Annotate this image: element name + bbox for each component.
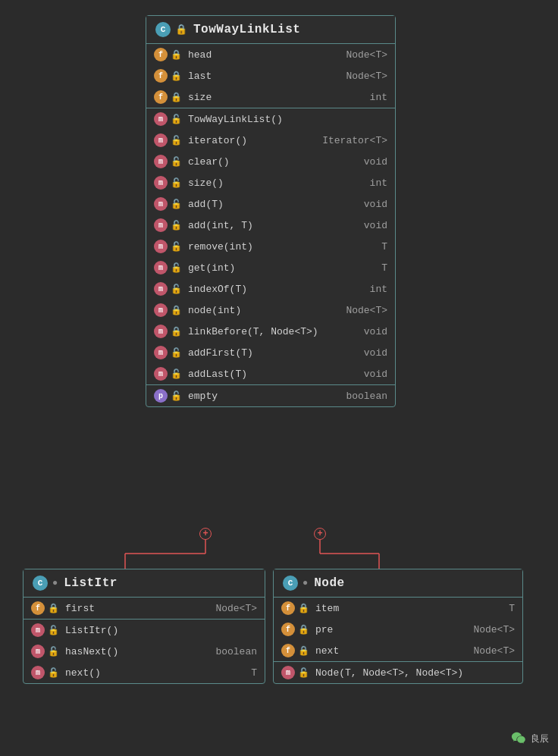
method-iterator-type: Iterator<T> <box>322 135 387 146</box>
towwaylinklist-card: C 🔒 TowWayLinkList f 🔒 head Node<T> f 🔒 … <box>146 15 396 407</box>
listitr-protected-icon3: 🔓 <box>48 667 59 679</box>
listitr-hasnext-type: boolean <box>215 646 257 657</box>
protected-icon9: 🔓 <box>171 284 182 295</box>
method-addintt-name: add(int, T) <box>188 220 358 231</box>
prop-p-icon: p <box>154 389 168 403</box>
listitr-m-icon: m <box>31 623 45 637</box>
field-size-type: int <box>370 92 387 103</box>
method-constructor-row: m 🔓 TowWayLinkList() <box>146 108 395 130</box>
lock-icon: 🔒 <box>171 49 182 61</box>
method-size-name: size() <box>188 177 364 189</box>
watermark: 良辰 <box>511 730 549 747</box>
left-plus-circle[interactable]: + <box>199 528 212 540</box>
field-last-type: Node<T> <box>346 71 387 82</box>
node-pre-name: pre <box>315 624 467 635</box>
listitr-next-name: next() <box>65 667 245 679</box>
protected-icon7: 🔓 <box>171 241 182 253</box>
lock-icon2: 🔒 <box>171 71 182 82</box>
node-field-pre-row: f 🔒 pre Node<T> <box>274 619 522 640</box>
protected-icon6: 🔓 <box>171 220 182 231</box>
method-iterator-row: m 🔓 iterator() Iterator<T> <box>146 130 395 151</box>
method-getint-row: m 🔓 get(int) T <box>146 257 395 278</box>
method-addt-name: add(T) <box>188 199 358 210</box>
listitr-card: C ● ListItr f 🔒 first Node<T> m 🔓 ListIt… <box>23 569 265 684</box>
field-f-icon3: f <box>154 90 168 104</box>
diagram-container: + + C 🔒 TowWayLinkList f 🔒 head Node<T> … <box>0 0 558 756</box>
listitr-m-icon2: m <box>31 645 45 658</box>
method-clear-name: clear() <box>188 156 358 168</box>
protected-icon13: 🔓 <box>171 369 182 380</box>
method-m-icon10: m <box>154 303 168 317</box>
method-m-icon7: m <box>154 240 168 253</box>
towwaylinklist-header: C 🔒 TowWayLinkList <box>146 16 395 44</box>
header-lock-icon: 🔒 <box>175 24 187 36</box>
listitr-constructor-name: ListItr() <box>65 625 251 636</box>
node-item-name: item <box>315 603 503 614</box>
lock-icon3: 🔒 <box>171 92 182 103</box>
listitr-methods-section: m 🔓 ListItr() m 🔓 hasNext() boolean m 🔓 … <box>24 620 265 683</box>
method-nodeint-name: node(int) <box>188 305 340 316</box>
method-linkbefore-type: void <box>364 326 387 337</box>
protected-icon4: 🔓 <box>171 177 182 189</box>
method-m-icon6: m <box>154 218 168 232</box>
node-f-icon3: f <box>281 644 295 657</box>
method-indexoft-name: indexOf(T) <box>188 284 364 295</box>
right-plus-circle[interactable]: + <box>314 528 326 540</box>
towwaylinklist-name: TowWayLinkList <box>193 23 300 36</box>
method-m-icon5: m <box>154 197 168 211</box>
prop-empty-row: p 🔓 empty boolean <box>146 385 395 406</box>
field-size-row: f 🔒 size int <box>146 86 395 108</box>
field-head-row: f 🔒 head Node<T> <box>146 44 395 65</box>
protected-icon5: 🔓 <box>171 199 182 210</box>
method-m-icon8: m <box>154 261 168 274</box>
listitr-lock-icon: 🔒 <box>48 603 59 614</box>
listitr-hasnext-row: m 🔓 hasNext() boolean <box>24 641 265 662</box>
method-removeint-name: remove(int) <box>188 241 375 253</box>
method-clear-row: m 🔓 clear() void <box>146 151 395 172</box>
method-nodeint-type: Node<T> <box>346 305 387 316</box>
method-removeint-row: m 🔓 remove(int) T <box>146 236 395 257</box>
listitr-dot-icon: ● <box>52 578 58 588</box>
method-addintt-row: m 🔓 add(int, T) void <box>146 215 395 236</box>
method-addfirst-name: addFirst(T) <box>188 347 358 359</box>
method-m-icon3: m <box>154 155 168 168</box>
field-size-name: size <box>188 92 364 103</box>
wechat-icon <box>511 730 528 747</box>
listitr-protected-icon2: 🔓 <box>48 646 59 657</box>
node-card: C ● Node f 🔒 item T f 🔒 pre Node<T> f 🔒 … <box>273 569 523 684</box>
field-head-type: Node<T> <box>346 49 387 61</box>
node-protected-icon: 🔓 <box>298 667 309 679</box>
method-addt-row: m 🔓 add(T) void <box>146 193 395 215</box>
method-linkbefore-row: m 🔒 linkBefore(T, Node<T>) void <box>146 321 395 342</box>
method-m-icon11: m <box>154 325 168 338</box>
listitr-first-type: Node<T> <box>215 603 257 614</box>
protected-icon12: 🔓 <box>171 347 182 359</box>
field-last-row: f 🔒 last Node<T> <box>146 65 395 86</box>
lock-icon10: 🔒 <box>171 305 182 316</box>
node-f-icon: f <box>281 601 295 615</box>
method-removeint-type: T <box>381 241 387 253</box>
method-clear-type: void <box>364 156 387 168</box>
fields-section: f 🔒 head Node<T> f 🔒 last Node<T> f 🔒 si… <box>146 44 395 108</box>
field-head-name: head <box>188 49 340 61</box>
properties-section: p 🔓 empty boolean <box>146 385 395 406</box>
node-c-icon: C <box>283 576 298 591</box>
method-size-type: int <box>370 177 387 189</box>
node-constructor-row: m 🔓 Node(T, Node<T>, Node<T>) <box>274 662 522 683</box>
method-m-icon9: m <box>154 282 168 296</box>
method-indexoft-type: int <box>370 284 387 295</box>
listitr-next-type: T <box>251 667 257 679</box>
method-iterator-name: iterator() <box>188 135 316 146</box>
node-item-type: T <box>509 603 515 614</box>
method-m-icon4: m <box>154 176 168 190</box>
method-linkbefore-name: linkBefore(T, Node<T>) <box>188 326 358 337</box>
listitr-protected-icon: 🔓 <box>48 625 59 636</box>
method-size-row: m 🔓 size() int <box>146 172 395 193</box>
method-indexoft-row: m 🔓 indexOf(T) int <box>146 278 395 300</box>
method-addt-type: void <box>364 199 387 210</box>
node-methods-section: m 🔓 Node(T, Node<T>, Node<T>) <box>274 662 522 683</box>
listitr-fields-section: f 🔒 first Node<T> <box>24 598 265 620</box>
method-m-icon: m <box>154 112 168 126</box>
listitr-next-row: m 🔓 next() T <box>24 662 265 683</box>
listitr-m-icon3: m <box>31 666 45 679</box>
